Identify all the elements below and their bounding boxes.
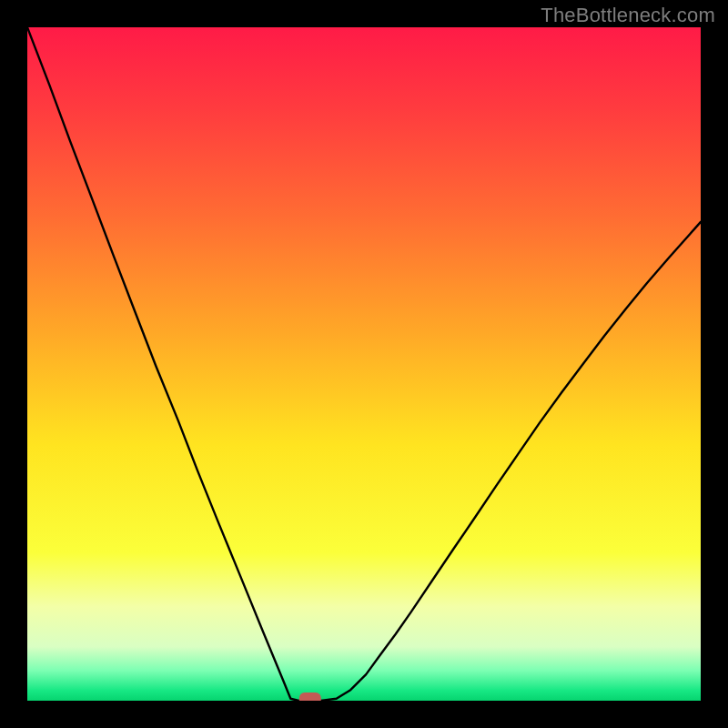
chart-svg <box>27 27 701 701</box>
watermark-text: TheBottleneck.com <box>541 4 715 27</box>
plot-area <box>27 27 701 701</box>
chart-frame: TheBottleneck.com <box>0 0 728 728</box>
gradient-background <box>27 27 701 701</box>
optimal-marker <box>299 693 321 701</box>
